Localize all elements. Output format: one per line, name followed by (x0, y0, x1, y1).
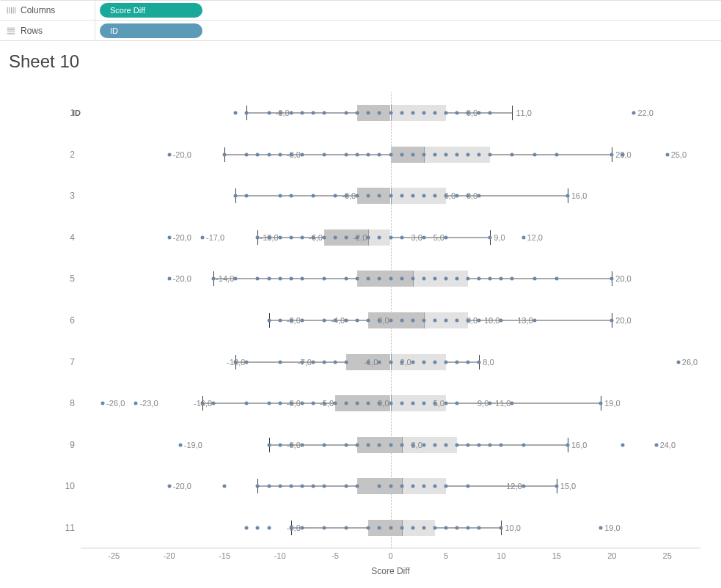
data-point[interactable] (367, 443, 370, 446)
data-point[interactable] (389, 194, 392, 198)
data-point[interactable] (356, 443, 359, 446)
boxplot-lane[interactable]: -26,0-23,0-16,0-8,0-5,00,05,09,011,019,0 (81, 393, 700, 414)
data-point[interactable] (411, 152, 414, 156)
data-point[interactable] (422, 111, 425, 115)
data-point[interactable] (422, 526, 425, 529)
data-point[interactable] (345, 235, 348, 239)
data-point[interactable] (322, 319, 326, 323)
data-point[interactable] (267, 111, 271, 115)
data-point[interactable] (422, 319, 425, 323)
data-point[interactable] (334, 360, 337, 364)
data-point[interactable] (378, 235, 381, 239)
data-point[interactable] (610, 319, 614, 323)
data-point[interactable] (367, 402, 370, 405)
data-point[interactable] (367, 319, 370, 323)
data-point[interactable] (278, 485, 282, 488)
data-point[interactable] (300, 152, 304, 156)
data-point[interactable] (532, 319, 536, 323)
data-point[interactable] (521, 443, 525, 446)
data-point[interactable] (245, 402, 249, 405)
data-point[interactable] (267, 485, 271, 488)
data-point[interactable] (389, 319, 392, 323)
data-point[interactable] (345, 319, 348, 323)
data-point[interactable] (311, 360, 315, 364)
data-point[interactable] (521, 485, 525, 488)
data-point[interactable] (389, 402, 392, 405)
data-point[interactable] (311, 194, 315, 198)
data-point[interactable] (400, 111, 403, 115)
data-point[interactable] (455, 277, 459, 281)
data-point[interactable] (212, 402, 216, 405)
data-point[interactable] (521, 235, 525, 239)
data-point[interactable] (322, 111, 326, 115)
data-point[interactable] (455, 152, 459, 156)
data-point[interactable] (433, 319, 436, 323)
data-point[interactable] (300, 526, 304, 529)
plot-area[interactable]: -9,08,011,022,0-20,0-8,020,025,0-3,06,08… (81, 92, 700, 548)
data-point[interactable] (256, 277, 260, 281)
data-point[interactable] (422, 277, 425, 281)
data-point[interactable] (267, 152, 271, 156)
data-point[interactable] (411, 319, 414, 323)
data-point[interactable] (444, 111, 447, 115)
data-point[interactable] (455, 402, 459, 405)
data-point[interactable] (389, 152, 392, 156)
data-point[interactable] (455, 360, 459, 364)
data-point[interactable] (411, 485, 414, 488)
data-point[interactable] (278, 194, 282, 198)
data-point[interactable] (267, 402, 271, 405)
data-point[interactable] (311, 485, 315, 488)
data-point[interactable] (256, 526, 260, 529)
data-point[interactable] (322, 152, 326, 156)
data-point[interactable] (411, 277, 414, 281)
data-point[interactable] (356, 402, 359, 405)
data-point[interactable] (289, 235, 293, 239)
data-point[interactable] (400, 277, 403, 281)
data-point[interactable] (356, 152, 359, 156)
data-point[interactable] (345, 485, 348, 488)
data-point[interactable] (223, 485, 227, 488)
data-point[interactable] (422, 443, 425, 446)
data-point[interactable] (300, 235, 304, 239)
data-point[interactable] (444, 360, 447, 364)
data-point[interactable] (566, 443, 569, 446)
rows-shelf[interactable]: Rows ID (0, 21, 721, 41)
data-point[interactable] (466, 360, 470, 364)
data-point[interactable] (289, 111, 293, 115)
data-point[interactable] (422, 485, 425, 488)
data-point[interactable] (488, 152, 492, 156)
data-point[interactable] (433, 152, 436, 156)
data-point[interactable] (378, 111, 381, 115)
data-point[interactable] (300, 277, 304, 281)
data-point[interactable] (289, 277, 293, 281)
data-point[interactable] (555, 152, 558, 156)
data-point[interactable] (433, 194, 436, 198)
data-point[interactable] (444, 319, 447, 323)
data-point[interactable] (322, 526, 326, 529)
data-point[interactable] (477, 319, 481, 323)
data-point[interactable] (488, 111, 492, 115)
data-point[interactable] (455, 443, 459, 446)
boxplot-lane[interactable]: -3,06,08,016,0 (81, 185, 700, 206)
data-point[interactable] (322, 360, 326, 364)
data-point[interactable] (389, 443, 392, 446)
data-point[interactable] (367, 111, 370, 115)
data-point[interactable] (400, 526, 403, 529)
data-point[interactable] (510, 152, 514, 156)
data-point[interactable] (400, 443, 403, 446)
data-point[interactable] (466, 443, 470, 446)
data-point[interactable] (334, 235, 337, 239)
data-point[interactable] (245, 152, 249, 156)
data-point[interactable] (444, 526, 447, 529)
columns-items[interactable]: Score Diff (95, 1, 721, 20)
data-point[interactable] (422, 194, 425, 198)
data-point[interactable] (178, 443, 182, 446)
data-point[interactable] (444, 277, 447, 281)
data-point[interactable] (488, 402, 492, 405)
data-point[interactable] (411, 360, 414, 364)
data-point[interactable] (444, 443, 447, 446)
data-point[interactable] (389, 235, 392, 239)
data-point[interactable] (378, 526, 381, 529)
data-point[interactable] (278, 277, 282, 281)
data-point[interactable] (599, 526, 603, 529)
